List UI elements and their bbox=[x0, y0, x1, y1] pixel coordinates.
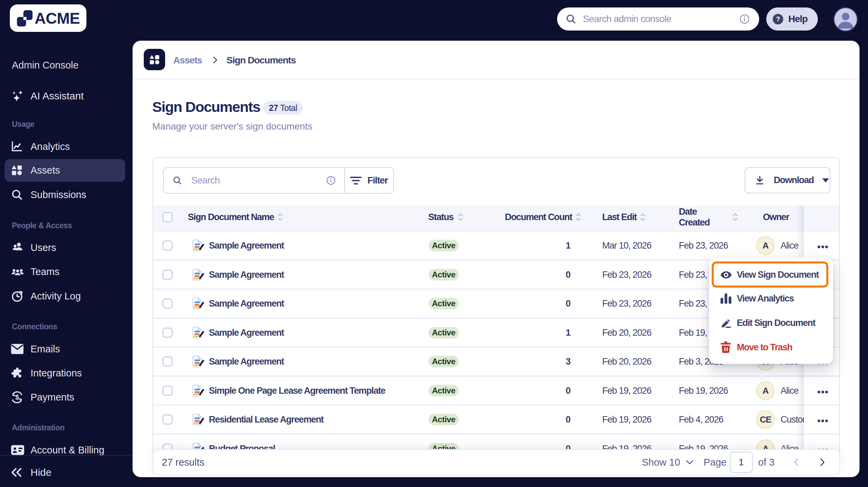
svg-text:$: $ bbox=[15, 393, 19, 401]
